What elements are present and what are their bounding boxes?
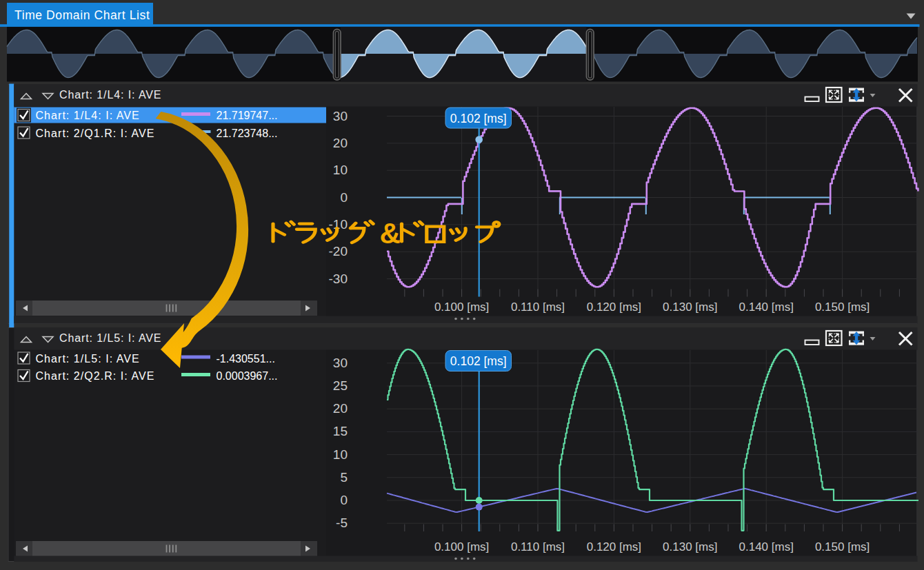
svg-text:0.130 [ms]: 0.130 [ms]	[663, 301, 717, 314]
svg-text:0.120 [ms]: 0.120 [ms]	[587, 301, 641, 314]
svg-text:15: 15	[333, 424, 348, 438]
svg-text:Chart: 2/Q2.R: I: AVE: Chart: 2/Q2.R: I: AVE	[36, 370, 155, 382]
svg-text:-1.430551...: -1.430551...	[217, 353, 275, 365]
svg-text:Chart: 1/L5: I: AVE: Chart: 1/L5: I: AVE	[59, 332, 161, 344]
svg-text:0.102 [ms]: 0.102 [ms]	[450, 112, 507, 125]
svg-text:0.130 [ms]: 0.130 [ms]	[663, 540, 717, 553]
svg-text:0: 0	[340, 190, 348, 205]
svg-text:21.719747...: 21.719747...	[217, 110, 278, 121]
svg-text:&: &	[380, 217, 401, 250]
svg-text:Chart: 2/Q1.R: I: AVE: Chart: 2/Q1.R: I: AVE	[36, 128, 155, 139]
svg-text:Chart: 1/L5: I: AVE: Chart: 1/L5: I: AVE	[36, 353, 140, 365]
svg-text:0.120 [ms]: 0.120 [ms]	[587, 540, 641, 553]
svg-text:-5: -5	[336, 516, 348, 530]
svg-text:25: 25	[333, 378, 348, 393]
svg-text:0.100 [ms]: 0.100 [ms]	[434, 540, 489, 553]
svg-text:-20: -20	[329, 244, 348, 258]
svg-text:Chart: 1/L4: I: AVE: Chart: 1/L4: I: AVE	[59, 89, 161, 101]
svg-text:Chart: 1/L4: I: AVE: Chart: 1/L4: I: AVE	[36, 110, 140, 121]
svg-text:Time Domain Chart List: Time Domain Chart List	[14, 8, 150, 22]
svg-text:0.102 [ms]: 0.102 [ms]	[450, 354, 507, 368]
svg-text:0.140 [ms]: 0.140 [ms]	[739, 540, 794, 553]
svg-text:30: 30	[333, 356, 348, 370]
svg-text:20: 20	[333, 136, 348, 150]
svg-text:0.100 [ms]: 0.100 [ms]	[434, 301, 489, 314]
svg-text:10: 10	[333, 163, 348, 177]
svg-text:0.150 [ms]: 0.150 [ms]	[815, 540, 870, 553]
svg-text:5: 5	[340, 470, 348, 485]
svg-text:0.140 [ms]: 0.140 [ms]	[739, 301, 794, 314]
svg-text:21.723748...: 21.723748...	[217, 128, 278, 139]
svg-text:30: 30	[333, 109, 348, 123]
svg-text:0.0003967...: 0.0003967...	[217, 370, 278, 382]
svg-text:-30: -30	[329, 272, 348, 286]
svg-text:0.110 [ms]: 0.110 [ms]	[511, 301, 565, 314]
svg-text:0.110 [ms]: 0.110 [ms]	[511, 540, 565, 553]
svg-text:10: 10	[333, 447, 348, 462]
svg-text:20: 20	[333, 401, 348, 416]
svg-text:0: 0	[340, 493, 348, 507]
svg-text:0.150 [ms]: 0.150 [ms]	[815, 301, 870, 314]
